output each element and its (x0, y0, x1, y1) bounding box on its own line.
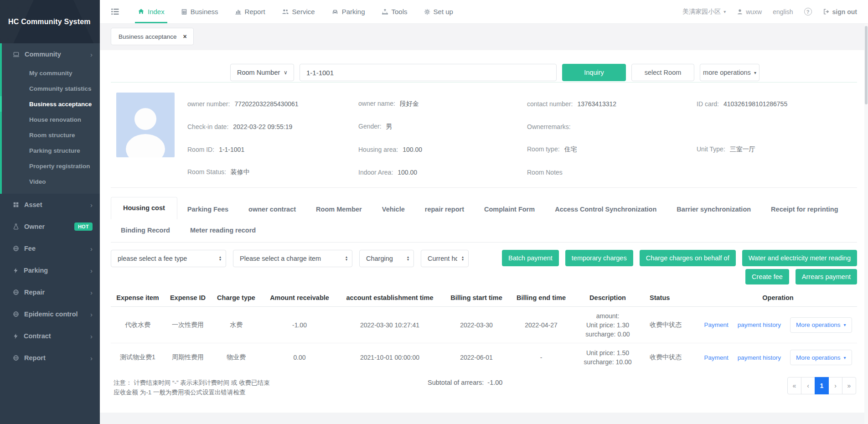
nav-set-up[interactable]: Set up (424, 0, 453, 23)
sidebar-item-house-renovation[interactable]: House renovation (2, 112, 100, 127)
pagination-page-1[interactable]: 1 (815, 377, 829, 394)
payment-link[interactable]: Payment (704, 321, 728, 328)
payment-link[interactable]: Payment (704, 354, 728, 361)
search-input[interactable] (300, 64, 557, 81)
pagination-first[interactable]: « (787, 377, 801, 394)
tab-access-control-sync[interactable]: Access Control Synchronization (545, 199, 666, 219)
sidebar-item-report[interactable]: Report › (0, 347, 100, 369)
menu-list-icon[interactable] (111, 0, 119, 23)
bolt-icon (13, 333, 19, 339)
more-operations-button[interactable]: more operations ▾ (700, 64, 760, 81)
tab-receipt-reprinting[interactable]: Receipt for reprinting (761, 199, 848, 219)
sidebar-item-owner[interactable]: Owner HOT (0, 216, 100, 238)
sidebar-item-asset[interactable]: Asset › (0, 194, 100, 216)
charging-select[interactable]: Charging ▴▾ (359, 250, 414, 267)
field-housing-area: Housing area:100.00 (358, 146, 527, 153)
app-title: HC Community System (8, 18, 91, 26)
col-charge-type: Charge type (211, 289, 261, 306)
sidebar-item-property-registration[interactable]: Property registration (2, 158, 100, 174)
tab-binding-record[interactable]: Binding Record (111, 220, 180, 240)
language-switch[interactable]: english (773, 8, 793, 16)
fee-table: Expense item Expense ID Charge type Amou… (111, 289, 857, 372)
tab-vehicle[interactable]: Vehicle (372, 199, 415, 219)
close-icon[interactable]: × (183, 33, 187, 40)
temporary-charges-button[interactable]: temporary charges (565, 250, 633, 266)
sidebar-item-community[interactable]: Community › (2, 43, 100, 65)
select-room-button[interactable]: select Room (631, 64, 694, 81)
tab-meter-reading-record[interactable]: Meter reading record (180, 220, 266, 240)
tab-business-acceptance[interactable]: Business acceptance × (111, 28, 194, 45)
meter-reading-button[interactable]: Water and electricity meter reading (742, 250, 857, 266)
chevron-right-icon: › (90, 332, 93, 340)
sidebar-item-fee[interactable]: Fee › (0, 238, 100, 259)
table-footer: 注意： 计费结束时间 “-” 表示未到计费时间 或 收费已结束 应收金额 为-1… (111, 377, 857, 401)
charge-on-behalf-button[interactable]: Charge charges on behalf of (640, 250, 736, 266)
tab-barrier-sync[interactable]: Barrier synchronization (666, 199, 761, 219)
create-fee-button[interactable]: Create fee (745, 269, 789, 284)
fee-type-select[interactable]: please select a fee type ▴▾ (111, 250, 226, 267)
search-field-select[interactable]: Room Number ∨ (230, 64, 294, 81)
tab-owner-contract[interactable]: owner contract (238, 199, 306, 219)
question-icon[interactable]: ? (804, 8, 812, 16)
inquiry-button[interactable]: Inquiry (562, 64, 626, 81)
pagination-last[interactable]: » (842, 377, 856, 394)
sidebar-nav: Community › My community Community stati… (0, 43, 100, 369)
topbar: Index Business Report Service (100, 0, 868, 24)
detail-tabs-row2: Binding Record Meter reading record (111, 220, 857, 240)
tab-complaint-form[interactable]: Complaint Form (474, 199, 545, 219)
sidebar-item-parking-structure[interactable]: Parking structure (2, 143, 100, 158)
payment-history-link[interactable]: payment history (738, 321, 781, 328)
nav-report[interactable]: Report (235, 0, 265, 23)
user-menu[interactable]: wuxw (737, 8, 762, 16)
row-more-operations-button[interactable]: More operations ▾ (790, 317, 852, 333)
tab-parking-fees[interactable]: Parking Fees (177, 199, 238, 219)
tab-room-member[interactable]: Room Member (306, 199, 372, 219)
batch-payment-button[interactable]: Batch payment (502, 250, 559, 266)
nav-tools[interactable]: Tools (382, 0, 408, 23)
divider (111, 242, 857, 243)
arrears-payment-button[interactable]: Arrears payment (796, 269, 857, 284)
nav-service[interactable]: Service (282, 0, 315, 23)
payment-history-link[interactable]: payment history (738, 354, 781, 361)
barchart-icon (235, 8, 242, 15)
col-description: Description (571, 289, 644, 306)
sidebar-item-contract[interactable]: Contract › (0, 325, 100, 347)
sidebar-item-repair[interactable]: Repair › (0, 281, 100, 303)
updown-icon: ▴▾ (462, 256, 464, 261)
signout-button[interactable]: sign out (823, 8, 857, 16)
sidebar-item-label: Community (25, 51, 61, 58)
house-select[interactable]: Current house ▴▾ (421, 250, 469, 267)
col-expense-item: Expense item (111, 289, 165, 306)
nav-index[interactable]: Index (138, 0, 165, 23)
sidebar-item-my-community[interactable]: My community (2, 65, 100, 81)
scrollbar-thumb[interactable] (865, 26, 868, 104)
nav-business[interactable]: Business (181, 0, 218, 23)
community-selector[interactable]: 美满家园小区 ▾ (682, 8, 726, 16)
nav-parking[interactable]: Parking (331, 0, 365, 23)
vertical-scrollbar[interactable] (864, 24, 868, 424)
tab-housing-cost[interactable]: Housing cost (111, 197, 177, 219)
sidebar-item-business-acceptance[interactable]: Business acceptance (2, 96, 100, 112)
sidebar-item-video[interactable]: Video (2, 174, 100, 189)
hot-badge: HOT (74, 222, 93, 231)
sidebar-item-community-statistics[interactable]: Community statistics (2, 81, 100, 96)
field-checkin-date: Check-in date:2022-03-22 09:55:19 (187, 123, 358, 130)
sidebar-item-parking[interactable]: Parking › (0, 259, 100, 281)
chevron-right-icon: › (90, 51, 93, 58)
sidebar-item-room-structure[interactable]: Room structure (2, 127, 100, 143)
owner-info-section: owner number:772022032285430061 owner na… (111, 83, 857, 187)
table-header: Expense item Expense ID Charge type Amou… (111, 289, 857, 307)
charge-item-select[interactable]: Please select a charge item ▴▾ (233, 250, 352, 267)
sidebar-item-epidemic-control[interactable]: Epidemic control › (0, 303, 100, 325)
pagination-prev[interactable]: ‹ (801, 377, 815, 394)
main-area: Index Business Report Service (100, 0, 868, 424)
tab-repair-report[interactable]: repair report (415, 199, 474, 219)
pagination-next[interactable]: › (828, 377, 842, 394)
row-more-operations-button[interactable]: More operations ▾ (790, 350, 852, 365)
sidebar-group-community: Community › My community Community stati… (0, 43, 100, 194)
description-cell: amount: Unit price: 1.30 surcharge: 0.00 (571, 307, 644, 343)
gear-icon (424, 9, 430, 15)
field-owner-remarks: Ownerremarks: (527, 123, 697, 130)
sidebar-item-label: Parking (24, 267, 48, 274)
sidebar-item-label: Fee (24, 245, 36, 252)
